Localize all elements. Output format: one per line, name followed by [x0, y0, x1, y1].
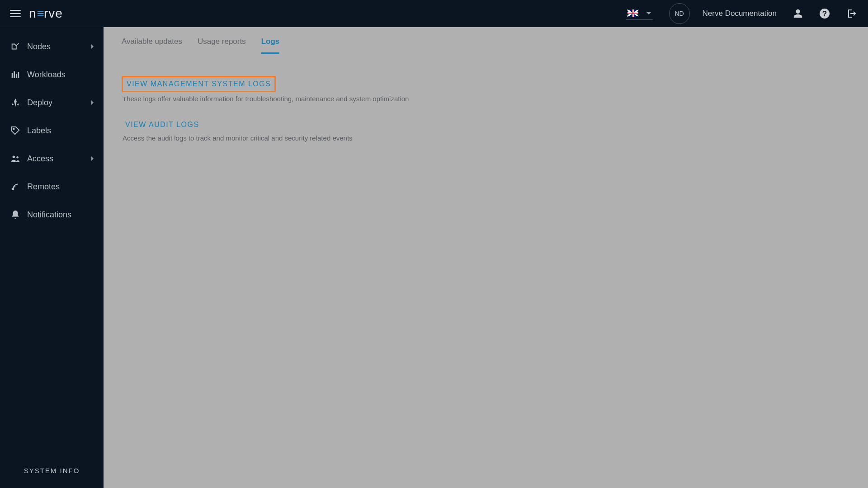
svg-text:?: ?: [822, 9, 827, 18]
documentation-link[interactable]: Nerve Documentation: [703, 9, 777, 18]
sidebar-item-access[interactable]: Access: [0, 145, 104, 173]
svg-point-6: [13, 128, 14, 130]
tab-bar: Available updates Usage reports Logs: [104, 27, 868, 54]
workloads-icon: [10, 70, 21, 80]
access-icon: [10, 154, 21, 164]
sidebar-item-label: Workloads: [27, 70, 66, 80]
chevron-down-icon: [646, 12, 651, 14]
svg-point-8: [16, 156, 19, 159]
sidebar-item-workloads[interactable]: Workloads: [0, 61, 104, 89]
svg-point-9: [12, 188, 14, 190]
sidebar-item-label: Remotes: [27, 182, 60, 192]
chevron-right-icon: [91, 100, 94, 105]
audit-logs-block: VIEW AUDIT LOGS Access the audit logs to…: [122, 118, 850, 142]
sidebar-item-label: Deploy: [27, 98, 52, 108]
svg-rect-5: [18, 72, 19, 78]
user-avatar[interactable]: ND: [669, 3, 690, 24]
sidebar: Nodes Workloads Deploy Labels: [0, 27, 104, 488]
sidebar-item-label: Notifications: [27, 210, 71, 220]
sidebar-item-label: Access: [27, 154, 53, 164]
sidebar-item-label: Nodes: [27, 42, 51, 52]
flag-uk-icon: [627, 9, 638, 17]
system-info-link[interactable]: SYSTEM INFO: [0, 453, 104, 488]
logout-icon[interactable]: [846, 8, 857, 19]
chevron-right-icon: [91, 156, 94, 161]
svg-rect-2: [12, 73, 13, 78]
svg-rect-3: [14, 71, 15, 78]
brand-logo[interactable]: n≡rve: [29, 6, 63, 21]
labels-icon: [10, 126, 21, 136]
tab-logs[interactable]: Logs: [261, 37, 280, 54]
deploy-icon: [10, 98, 21, 108]
sidebar-item-labels[interactable]: Labels: [0, 117, 104, 145]
tab-available-updates[interactable]: Available updates: [122, 37, 182, 54]
user-icon[interactable]: [793, 9, 803, 19]
tab-usage-reports[interactable]: Usage reports: [198, 37, 246, 54]
sidebar-item-deploy[interactable]: Deploy: [0, 89, 104, 117]
view-audit-logs-link[interactable]: VIEW AUDIT LOGS: [122, 118, 203, 131]
nodes-icon: [10, 42, 21, 52]
sidebar-item-label: Labels: [27, 126, 51, 136]
help-icon[interactable]: ?: [819, 8, 830, 19]
avatar-initials: ND: [675, 10, 684, 17]
sidebar-item-nodes[interactable]: Nodes: [0, 33, 104, 61]
audit-logs-description: Access the audit logs to track and monit…: [123, 134, 850, 142]
remotes-icon: [10, 182, 21, 192]
mgmt-logs-block: VIEW MANAGEMENT SYSTEM LOGS These logs o…: [122, 76, 850, 103]
language-selector[interactable]: [626, 7, 653, 20]
top-bar: n≡rve ND Nerve Documentation ?: [0, 0, 868, 27]
sidebar-item-remotes[interactable]: Remotes: [0, 173, 104, 201]
mgmt-logs-description: These logs offer valuable information fo…: [123, 95, 850, 103]
chevron-right-icon: [91, 44, 94, 49]
main-content: Available updates Usage reports Logs VIE…: [104, 27, 868, 488]
bell-icon: [10, 210, 21, 220]
svg-rect-4: [16, 74, 17, 78]
sidebar-item-notifications[interactable]: Notifications: [0, 201, 104, 229]
svg-point-7: [13, 156, 15, 159]
view-mgmt-logs-link[interactable]: VIEW MANAGEMENT SYSTEM LOGS: [122, 76, 276, 92]
menu-toggle-icon[interactable]: [10, 8, 21, 19]
